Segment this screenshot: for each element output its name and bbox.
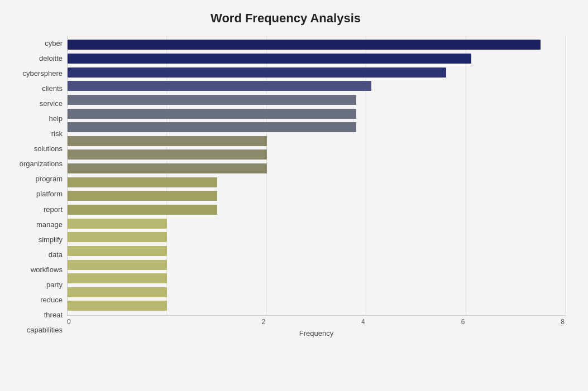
- y-label: organizations: [20, 156, 63, 171]
- bar-row: [68, 286, 566, 298]
- y-label: platform: [36, 186, 63, 201]
- bar-row: [68, 52, 566, 65]
- y-label: deloitte: [39, 51, 63, 66]
- x-tick: 6: [366, 318, 466, 326]
- y-label: workflows: [31, 262, 63, 277]
- bars-and-x: 02468 Frequency: [67, 36, 566, 337]
- chart-container: Word Frequency Analysis cyberdeloittecyb…: [0, 0, 588, 391]
- bar: [68, 177, 217, 187]
- bar: [68, 191, 217, 201]
- y-label: manage: [36, 217, 63, 232]
- y-label: program: [36, 171, 63, 186]
- bar: [68, 205, 217, 215]
- bar: [68, 163, 267, 173]
- y-label: clients: [42, 81, 63, 96]
- y-label: cybersphere: [22, 66, 63, 81]
- x-tick: 0: [67, 318, 167, 326]
- bar-row: [68, 108, 566, 120]
- x-tick: 4: [266, 318, 366, 326]
- bar: [68, 273, 167, 283]
- bar: [68, 122, 356, 132]
- x-axis: 02468: [67, 316, 566, 326]
- bar-row: [68, 148, 566, 161]
- bar: [68, 219, 167, 229]
- bar-row: [68, 300, 566, 312]
- bars-inner: [68, 36, 566, 315]
- y-label: solutions: [34, 141, 63, 156]
- bar-row: [68, 121, 566, 133]
- y-axis: cyberdeloittecybersphereclientsservicehe…: [6, 36, 67, 337]
- y-label: threat: [44, 307, 63, 322]
- bar: [68, 260, 167, 270]
- bar-row: [68, 94, 566, 106]
- bar: [68, 54, 471, 64]
- bar: [68, 81, 371, 91]
- bar: [68, 287, 167, 297]
- bar-row: [68, 204, 566, 216]
- bar-row: [68, 259, 566, 271]
- bar-row: [68, 38, 566, 51]
- y-label: cyber: [45, 36, 63, 51]
- x-tick: 8: [466, 318, 566, 326]
- y-label: party: [46, 277, 63, 292]
- bar-row: [68, 190, 566, 202]
- bar: [68, 301, 167, 311]
- bar: [68, 109, 356, 119]
- bar: [68, 95, 356, 105]
- bar-row: [68, 245, 566, 257]
- bar-row: [68, 135, 566, 147]
- y-label: reduce: [40, 292, 63, 307]
- bar-row: [68, 162, 566, 175]
- chart-area: cyberdeloittecybersphereclientsservicehe…: [6, 36, 566, 337]
- x-axis-label: Frequency: [67, 329, 566, 337]
- y-label: risk: [51, 126, 63, 141]
- bar-row: [68, 231, 566, 243]
- y-label: simplify: [39, 232, 63, 247]
- bar: [68, 40, 541, 50]
- y-label: help: [49, 111, 63, 126]
- chart-title: Word Frequency Analysis: [6, 11, 566, 26]
- y-label: capabilities: [27, 322, 63, 337]
- bar-row: [68, 272, 566, 284]
- bar-row: [68, 66, 566, 79]
- bar: [68, 67, 446, 78]
- bar-row: [68, 80, 566, 92]
- bars-wrapper: [67, 36, 566, 316]
- bar: [68, 246, 167, 256]
- bar: [68, 232, 167, 242]
- y-label: report: [44, 202, 63, 217]
- bar: [68, 149, 267, 160]
- y-label: service: [40, 96, 63, 111]
- y-label: data: [49, 247, 63, 262]
- bar-row: [68, 176, 566, 189]
- bar-row: [68, 218, 566, 230]
- bar: [68, 136, 267, 146]
- x-tick: 2: [167, 318, 267, 326]
